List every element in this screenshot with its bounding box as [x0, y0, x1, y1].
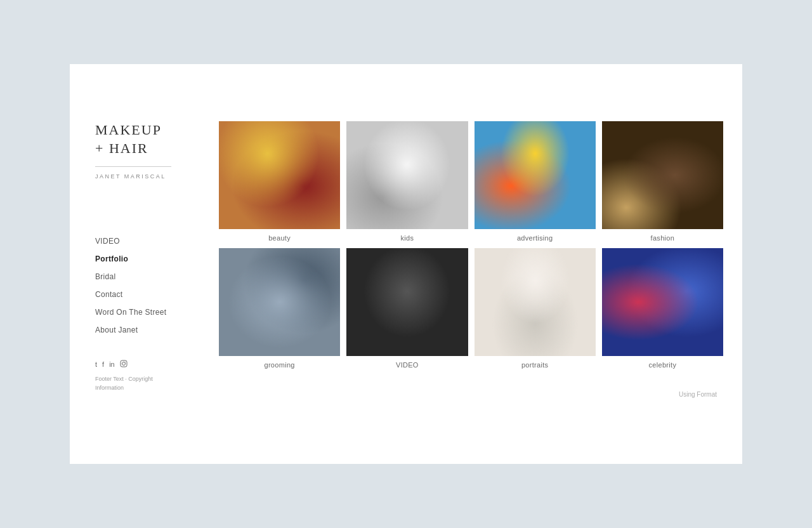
nav-item-word-on-street[interactable]: Word On The Street: [95, 308, 181, 317]
nav-item-about[interactable]: About Janet: [95, 326, 181, 334]
portfolio-thumbnail-beauty: [219, 121, 340, 229]
portfolio-label-grooming: grooming: [219, 361, 340, 369]
portfolio-item-beauty[interactable]: beauty: [219, 121, 340, 242]
portfolio-item-celebrity[interactable]: celebrity: [602, 248, 723, 369]
portfolio-label-beauty: beauty: [219, 234, 340, 242]
portfolio-thumbnail-fashion: [602, 121, 723, 229]
nav-item-video[interactable]: VIDEO: [95, 237, 181, 246]
portfolio-thumbnail-grooming: [219, 248, 340, 356]
logo-divider: [95, 166, 171, 167]
portfolio-image-portraits: [475, 248, 596, 356]
portfolio-image-celebrity: [602, 248, 723, 356]
portfolio-item-video[interactable]: VIDEO: [346, 248, 468, 369]
using-format-link[interactable]: Using Format: [679, 391, 717, 398]
sidebar: Makeup + Hair Janet Mariscal VIDEO Portf…: [70, 121, 200, 426]
portfolio-image-fashion: [602, 121, 723, 229]
twitter-icon[interactable]: t: [95, 360, 97, 368]
portfolio-image-beauty: [219, 121, 340, 229]
portfolio-thumbnail-kids: [346, 121, 468, 229]
portfolio-label-advertising: advertising: [475, 234, 596, 242]
nav-item-contact[interactable]: Contact: [95, 290, 181, 299]
page-container: Makeup + Hair Janet Mariscal VIDEO Portf…: [70, 64, 742, 464]
portfolio-grid: beauty kids advertising: [219, 121, 723, 369]
portfolio-image-grooming: [219, 248, 340, 356]
portfolio-image-advertising: [475, 121, 596, 229]
portfolio-thumbnail-celebrity: [602, 248, 723, 356]
portfolio-image-video: [346, 248, 468, 356]
social-links: t f in: [95, 360, 181, 369]
portfolio-item-grooming[interactable]: grooming: [219, 248, 340, 369]
portfolio-item-advertising[interactable]: advertising: [475, 121, 596, 242]
portfolio-item-portraits[interactable]: portraits: [475, 248, 596, 369]
portfolio-thumbnail-portraits: [475, 248, 596, 356]
svg-point-1: [122, 362, 125, 366]
logo-area: Makeup + Hair Janet Mariscal: [95, 121, 181, 180]
portfolio-item-fashion[interactable]: fashion: [602, 121, 723, 242]
logo-subtitle: Janet Mariscal: [95, 173, 181, 180]
portfolio-thumbnail-video: [346, 248, 468, 356]
nav-item-bridal[interactable]: Bridal: [95, 272, 181, 281]
svg-point-2: [125, 362, 126, 362]
logo-title: Makeup + Hair: [95, 121, 181, 157]
nav-item-portfolio[interactable]: Portfolio: [95, 254, 181, 263]
portfolio-label-video: VIDEO: [346, 361, 468, 369]
portfolio-label-kids: kids: [346, 234, 468, 242]
linkedin-icon[interactable]: in: [109, 360, 115, 368]
portfolio-thumbnail-advertising: [475, 121, 596, 229]
portfolio-item-kids[interactable]: kids: [346, 121, 468, 242]
footer-text: Footer Text · Copyright Information: [95, 375, 181, 392]
main-content: beauty kids advertising: [200, 121, 742, 426]
portfolio-image-kids: [346, 121, 468, 229]
portfolio-label-celebrity: celebrity: [602, 361, 723, 369]
nav-links: VIDEO Portfolio Bridal Contact Word On T…: [95, 237, 181, 334]
svg-rect-0: [121, 360, 127, 367]
facebook-icon[interactable]: f: [102, 360, 104, 368]
portfolio-label-portraits: portraits: [475, 361, 596, 369]
instagram-icon[interactable]: [120, 360, 128, 369]
portfolio-label-fashion: fashion: [602, 234, 723, 242]
using-format-area: Using Format: [219, 388, 723, 399]
